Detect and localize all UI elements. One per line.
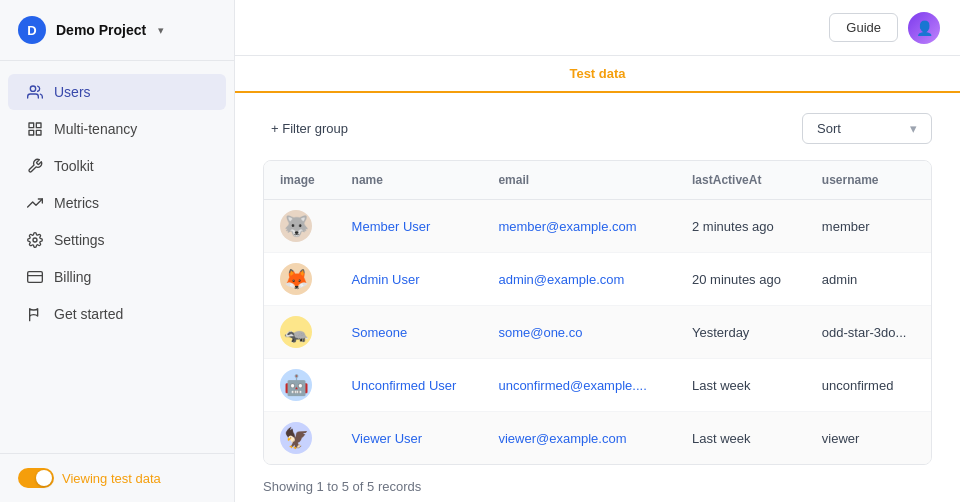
cell-username: admin [806,253,931,306]
col-name: name [336,161,483,200]
filter-group-button[interactable]: + Filter group [263,117,356,140]
pagination-info: Showing 1 to 5 of 5 records [263,479,932,494]
sidebar-item-metrics[interactable]: Metrics [8,185,226,221]
svg-rect-1 [29,123,34,128]
sidebar-item-toolkit[interactable]: Toolkit [8,148,226,184]
cell-name: Unconfirmed User [336,359,483,412]
guide-button[interactable]: Guide [829,13,898,42]
users-icon [26,83,44,101]
sort-label: Sort [817,121,841,136]
table-row[interactable]: 🤖Unconfirmed Userunconfirmed@example....… [264,359,931,412]
toggle-label: Viewing test data [62,471,161,486]
sidebar-header: D Demo Project ▾ [0,0,234,61]
cell-email: member@example.com [482,200,676,253]
table-row[interactable]: 🦊Admin Useradmin@example.com20 minutes a… [264,253,931,306]
col-email: email [482,161,676,200]
cell-name: Viewer User [336,412,483,465]
cell-email: admin@example.com [482,253,676,306]
cell-username: member [806,200,931,253]
cell-image: 🤖 [264,359,336,412]
cell-username: odd-star-3do... [806,306,931,359]
cell-username: unconfirmed [806,359,931,412]
tool-icon [26,157,44,175]
credit-card-icon [26,268,44,286]
sidebar-logo: D [18,16,46,44]
col-username: username [806,161,931,200]
user-email-link[interactable]: member@example.com [498,219,636,234]
sidebar-item-settings[interactable]: Settings [8,222,226,258]
cell-image: 🦡 [264,306,336,359]
cell-lastActiveAt: Last week [676,359,806,412]
sidebar-item-label: Toolkit [54,158,94,174]
sidebar-item-users[interactable]: Users [8,74,226,110]
sidebar-item-label: Multi-tenancy [54,121,137,137]
user-avatar: 🤖 [280,369,312,401]
svg-point-5 [33,238,37,242]
main-content: Guide 👤 Test data + Filter group Sort ▾ [235,0,960,502]
settings-icon [26,231,44,249]
user-email-link[interactable]: unconfirmed@example.... [498,378,646,393]
trending-up-icon [26,194,44,212]
sidebar-item-label: Get started [54,306,123,322]
svg-point-0 [30,86,35,91]
cell-lastActiveAt: 20 minutes ago [676,253,806,306]
cell-image: 🦅 [264,412,336,465]
sidebar-item-multi-tenancy[interactable]: Multi-tenancy [8,111,226,147]
sidebar-footer: Viewing test data [0,453,234,502]
test-data-toggle-row: Viewing test data [18,468,216,488]
cell-name: Member User [336,200,483,253]
user-email-link[interactable]: admin@example.com [498,272,624,287]
table-row[interactable]: 🐺Member Usermember@example.com2 minutes … [264,200,931,253]
user-avatar: 🐺 [280,210,312,242]
toolbar: + Filter group Sort ▾ [263,113,932,144]
top-bar: Guide 👤 [235,0,960,56]
cell-image: 🦊 [264,253,336,306]
user-name-link[interactable]: Viewer User [352,431,423,446]
user-avatar: 🦅 [280,422,312,454]
avatar-initial: 👤 [916,20,933,36]
content-area: Test data + Filter group Sort ▾ image na… [235,56,960,502]
sidebar: D Demo Project ▾ Users Multi-tenancy [0,0,235,502]
users-table: image name email lastActiveAt username 🐺… [263,160,932,465]
sort-button[interactable]: Sort ▾ [802,113,932,144]
user-name-link[interactable]: Member User [352,219,431,234]
cell-lastActiveAt: Yesterday [676,306,806,359]
chevron-down-icon: ▾ [910,121,917,136]
user-name-link[interactable]: Admin User [352,272,420,287]
col-image: image [264,161,336,200]
table-row[interactable]: 🦡Someonesome@one.coYesterdayodd-star-3do… [264,306,931,359]
svg-rect-2 [36,123,41,128]
cell-lastActiveAt: Last week [676,412,806,465]
sidebar-nav: Users Multi-tenancy Toolkit [0,61,234,453]
user-avatar: 🦊 [280,263,312,295]
sidebar-item-billing[interactable]: Billing [8,259,226,295]
cell-email: unconfirmed@example.... [482,359,676,412]
user-email-link[interactable]: viewer@example.com [498,431,626,446]
cell-username: viewer [806,412,931,465]
user-name-link[interactable]: Someone [352,325,408,340]
test-data-banner: Test data [235,56,960,93]
cell-email: viewer@example.com [482,412,676,465]
user-email-link[interactable]: some@one.co [498,325,582,340]
sidebar-item-label: Settings [54,232,105,248]
test-data-toggle[interactable] [18,468,54,488]
sidebar-item-label: Metrics [54,195,99,211]
sidebar-item-label: Users [54,84,91,100]
flag-icon [26,305,44,323]
project-name: Demo Project [56,22,146,38]
user-name-link[interactable]: Unconfirmed User [352,378,457,393]
svg-rect-3 [29,130,34,135]
col-lastActiveAt: lastActiveAt [676,161,806,200]
sidebar-item-label: Billing [54,269,91,285]
svg-rect-6 [28,272,43,283]
chevron-down-icon: ▾ [158,24,164,37]
sidebar-item-get-started[interactable]: Get started [8,296,226,332]
avatar: 👤 [908,12,940,44]
grid-icon [26,120,44,138]
cell-email: some@one.co [482,306,676,359]
content-body: + Filter group Sort ▾ image name email l… [235,93,960,502]
user-avatar: 🦡 [280,316,312,348]
table-row[interactable]: 🦅Viewer Userviewer@example.comLast weekv… [264,412,931,465]
cell-image: 🐺 [264,200,336,253]
svg-rect-4 [36,130,41,135]
